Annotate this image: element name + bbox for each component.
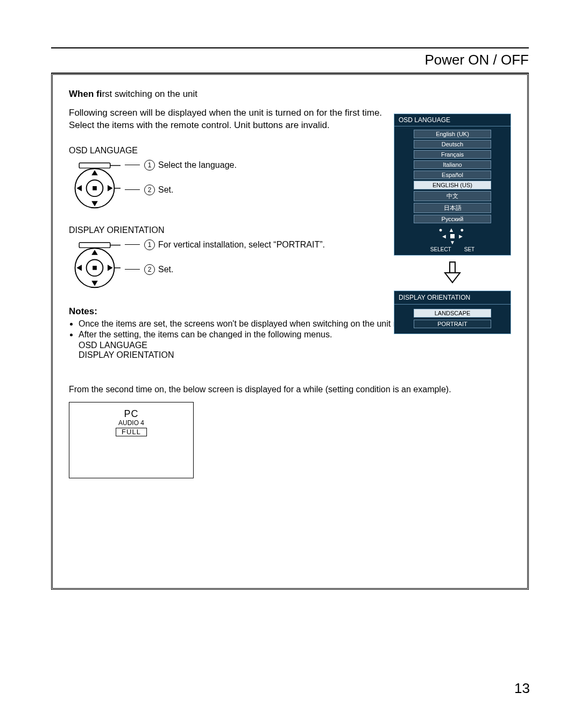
down-arrow-icon [394, 261, 511, 286]
second-time-text: From the second time on, the below scree… [69, 385, 511, 394]
page-number: 13 [514, 680, 530, 697]
status-line2: AUDIO 4 [116, 420, 147, 427]
osd-language-option: Italiano [414, 160, 491, 169]
orientation-option: LANDSCAPE [414, 309, 491, 317]
svg-rect-12 [93, 266, 97, 270]
svg-rect-2 [93, 186, 97, 190]
svg-marker-21 [445, 273, 460, 282]
first-switch-heading: When first switching on the unit [69, 89, 511, 100]
orientation-menu-title: DISPLAY ORIENTATION [394, 291, 511, 305]
osd-language-option: Español [414, 171, 491, 179]
osd-step2-text: Set. [158, 185, 173, 195]
svg-marker-3 [91, 170, 98, 175]
page-title: Power ON / OFF [51, 52, 529, 68]
step-1-marker: 1 [144, 239, 155, 250]
osd-language-option: Русский [414, 215, 491, 223]
content-frame: When first switching on the unit Followi… [51, 73, 529, 590]
notes-sub2: DISPLAY ORIENTATION [79, 350, 511, 360]
osd-nav-hint: ● ▲ ● ◄ ► ▼ SELECT SET [394, 227, 511, 255]
orient-step1-text: For vertical installation, select “PORTR… [158, 240, 325, 250]
step-1-marker: 1 [144, 160, 155, 171]
step-2-marker: 2 [144, 185, 155, 195]
svg-marker-16 [108, 265, 113, 271]
dpad-icon [69, 239, 121, 291]
orient-step2-text: Set. [158, 265, 173, 274]
status-screen: PC AUDIO 4 FULL [69, 402, 194, 478]
osd-language-option: 中文 [414, 191, 491, 201]
heading-rest: rst switching on the unit [102, 89, 197, 99]
osd-step1-text: Select the language. [158, 160, 237, 170]
svg-rect-20 [450, 262, 455, 273]
svg-marker-4 [91, 201, 98, 207]
osd-language-option: 日本語 [414, 203, 491, 213]
orientation-menu: DISPLAY ORIENTATION LANDSCAPEPORTRAIT [394, 291, 511, 334]
heading-bold: fi [96, 89, 102, 99]
osd-language-option: English (UK) [414, 130, 491, 138]
svg-marker-15 [76, 265, 82, 271]
osd-menu-title: OSD LANGUAGE [394, 114, 511, 126]
nav-select-label: SELECT [430, 246, 451, 252]
svg-marker-14 [91, 281, 98, 286]
notes-sub1: OSD LANGUAGE [79, 341, 511, 350]
dpad-icon [69, 160, 121, 211]
step-2-marker: 2 [144, 264, 155, 275]
svg-marker-13 [91, 250, 98, 255]
status-line1: PC [116, 409, 147, 420]
osd-illustration: OSD LANGUAGE English (UK)DeutschFrançais… [394, 114, 511, 334]
svg-rect-7 [79, 163, 110, 168]
nav-set-label: SET [464, 246, 474, 252]
osd-language-option: Deutsch [414, 140, 491, 149]
status-line3: FULL [116, 428, 147, 436]
osd-language-option: ENGLISH (US) [414, 181, 491, 189]
heading-prefix: When [69, 89, 96, 99]
osd-language-menu: OSD LANGUAGE English (UK)DeutschFrançais… [394, 114, 511, 256]
svg-marker-5 [76, 185, 82, 192]
svg-rect-17 [79, 243, 110, 248]
svg-marker-6 [108, 185, 113, 192]
orientation-option: PORTRAIT [414, 320, 491, 328]
osd-language-option: Français [414, 150, 491, 159]
